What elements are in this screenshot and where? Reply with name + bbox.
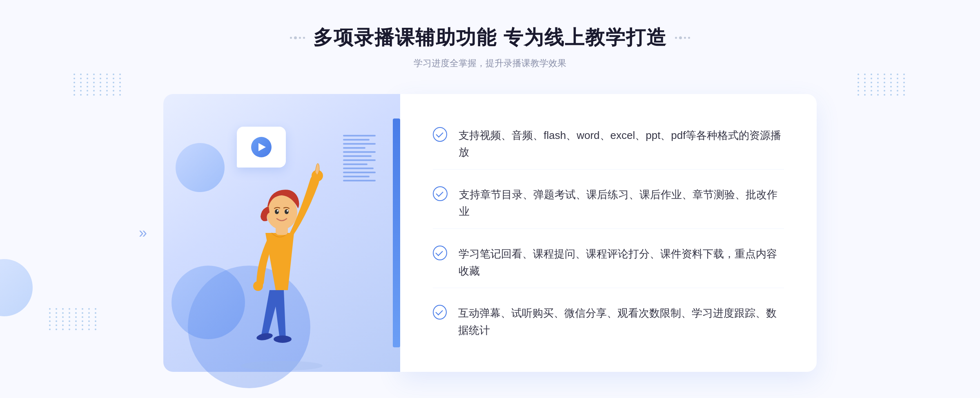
content-area: » [163,94,817,372]
svg-point-10 [287,210,288,212]
svg-point-4 [253,281,263,291]
illustration-bg [163,94,400,372]
svg-point-0 [241,361,323,371]
check-icon-1 [433,127,447,142]
svg-point-8 [285,209,289,214]
left-arrow-decoration: » [139,224,147,241]
page-subtitle: 学习进度全掌握，提升录播课教学效果 [290,57,690,69]
blue-bar-decoration [393,119,400,347]
feature-item-1: 支持视频、音频、flash、word、excel、ppt、pdf等各种格式的资源… [433,119,784,170]
feature-item-3: 学习笔记回看、课程提问、课程评论打分、课件资料下载，重点内容收藏 [433,237,784,288]
side-circle-decoration [0,259,33,316]
check-icon-4 [433,305,447,320]
left-panel: » [163,94,400,372]
header-decorators: 多项录播课辅助功能 专为线上教学打造 [290,25,690,51]
check-icon-3 [433,246,447,260]
decorator-dots-right [675,36,690,39]
dot-pattern-left-top [74,74,122,114]
person-illustration [212,135,351,372]
check-icon-2 [433,186,448,201]
right-panel: 支持视频、音频、flash、word、excel、ppt、pdf等各种格式的资源… [400,94,817,372]
svg-point-9 [277,210,278,212]
svg-point-7 [275,209,279,214]
page-container: 多项录播课辅助功能 专为线上教学打造 学习进度全掌握，提升录播课教学效果 » [0,0,980,398]
header-section: 多项录播课辅助功能 专为线上教学打造 学习进度全掌握，提升录播课教学效果 [290,25,690,69]
dot-pattern-left-bottom [49,308,98,349]
decorator-dots-left [290,36,305,39]
svg-point-2 [274,335,292,343]
svg-point-1 [256,332,273,342]
feature-text-1: 支持视频、音频、flash、word、excel、ppt、pdf等各种格式的资源… [459,127,784,161]
feature-text-3: 学习笔记回看、课程提问、课程评论打分、课件资料下载，重点内容收藏 [459,246,784,279]
feature-item-2: 支持章节目录、弹题考试、课后练习、课后作业、章节测验、批改作业 [433,178,784,229]
feature-item-4: 互动弹幕、试听购买、微信分享、观看次数限制、学习进度跟踪、数据统计 [433,297,784,347]
dot-pattern-right-top [858,74,906,114]
feature-text-4: 互动弹幕、试听购买、微信分享、观看次数限制、学习进度跟踪、数据统计 [458,305,784,339]
page-title: 多项录播课辅助功能 专为线上教学打造 [313,25,666,51]
feature-text-2: 支持章节目录、弹题考试、课后练习、课后作业、章节测验、批改作业 [459,186,784,220]
